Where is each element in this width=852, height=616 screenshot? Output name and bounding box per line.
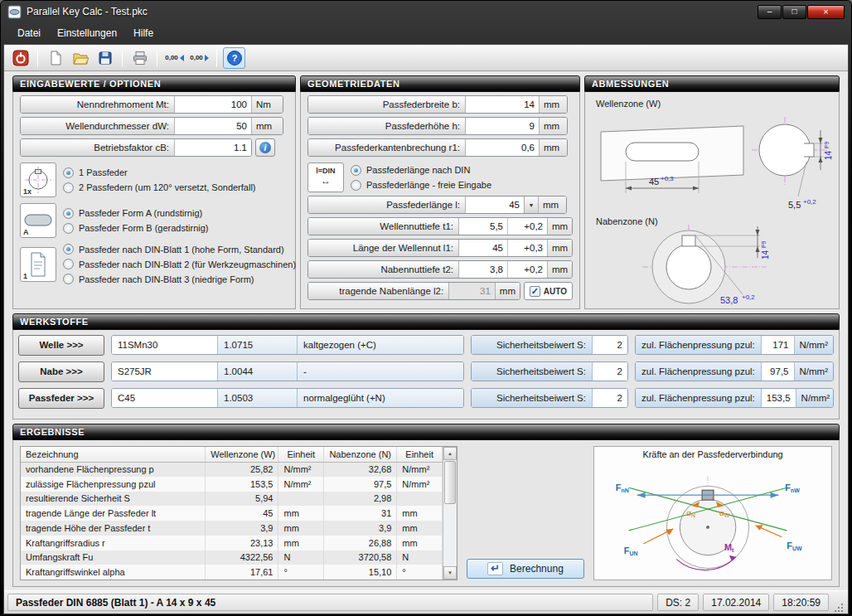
menu-datei[interactable]: Datei (10, 24, 48, 42)
shaft-diameter-input[interactable] (175, 118, 251, 134)
hub-groove-depth-unit: mm (547, 261, 572, 278)
radio-form-a[interactable]: Passfeder Form A (rundstirnig) (63, 208, 209, 219)
shaft-material-group: 11SMn30 1.0715 kaltgezogen (+C) (111, 335, 464, 355)
new-file-button[interactable] (44, 47, 66, 69)
key-length-input[interactable] (466, 196, 524, 213)
hub-groove-depth-label: Nabennuttiefe t2: (308, 261, 459, 278)
shaft-groove-depth-input[interactable] (459, 218, 507, 235)
service-factor-field: Betriebsfaktor cB: (20, 138, 252, 157)
geometry-panel-body: Passfederbreite b: mm Passfederhöhe h: m… (300, 92, 580, 309)
print-button[interactable] (128, 47, 151, 69)
hub-material-treatment: - (298, 362, 463, 381)
radio-icon (63, 259, 74, 269)
open-file-button[interactable] (69, 47, 91, 69)
torque-row: Nenndrehmoment Mt: Nm (20, 95, 288, 114)
results-table-container: Bezeichnung Wellenzone (W) Einheit Naben… (20, 446, 457, 580)
decimal-increase-icon: 0,00 (165, 55, 178, 61)
help-button[interactable]: ? (223, 47, 245, 69)
key-length-field: Passfederlänge l: ▼ mm (307, 196, 567, 214)
svg-text:?: ? (231, 53, 237, 63)
din-sheet-iconbox: 1 (20, 247, 56, 282)
decimal-decrease-icon: 0,00 (190, 55, 203, 61)
key-material-treatment: normalgeglüht (+N) (298, 389, 463, 407)
dim-hub-diameter: 53,8 (720, 295, 738, 305)
scroll-up-button[interactable]: ▲ (443, 447, 457, 460)
radio-din-blatt-3[interactable]: Passfeder nach DIN-Blatt 3 (niedrige For… (63, 274, 288, 284)
hub-material-button[interactable]: Nabe >>> (18, 361, 104, 382)
hub-length-unit: mm (495, 283, 520, 299)
col-wellenzone: Wellenzone (W) (206, 447, 278, 462)
din-sheet-options: Passfeder nach DIN-Blatt 1 (hohe Form, S… (63, 244, 288, 284)
key-chamfer-unit: mm (539, 139, 567, 156)
table-row: Kraftangriffsradius r 23,13 mm 26,88 mm (21, 536, 443, 551)
save-button[interactable] (94, 47, 116, 69)
shaft-safety-group: Sicherheitsbeiwert S: 2 (471, 335, 628, 355)
shaft-diameter-row: Wellendurchmesser dW: mm (20, 117, 288, 135)
exit-button[interactable] (9, 47, 31, 69)
hub-length-label: tragende Nabenlänge l2: (308, 283, 449, 299)
save-icon (97, 50, 114, 66)
calculate-button[interactable]: ↵ Berechnung (467, 559, 584, 579)
maximize-button[interactable]: □ (782, 5, 806, 19)
table-row: tragende Höhe der Passfeder t 3,9 mm 3,9… (21, 521, 443, 536)
material-row-shaft: Welle >>> 11SMn30 1.0715 kaltgezogen (+C… (18, 334, 834, 356)
din-sheet-group: 1 Passfeder nach DIN-Blatt 1 (hohe Form,… (20, 244, 288, 284)
table-row: tragende Länge der Passfeder lt 45 mm 31… (21, 506, 443, 521)
radio-two-keys[interactable]: 2 Passfedern (um 120° versetzt, Sonderfa… (63, 182, 256, 193)
key-form-options: Passfeder Form A (rundstirnig) Passfeder… (63, 208, 209, 234)
col-einheit-n: Einheit (397, 447, 443, 462)
toolbar: 0,00 0,00 ? (4, 45, 848, 71)
hub-groove-depth-input[interactable] (459, 261, 507, 278)
key-width-input[interactable] (466, 96, 539, 113)
shaft-groove-length-unit: mm (547, 240, 572, 256)
radio-icon (63, 208, 74, 219)
dim-shaft-depth: 5,5 (788, 200, 801, 210)
service-factor-info-button[interactable]: i (255, 138, 275, 157)
key-form-iconbox: A (20, 203, 56, 238)
decimal-increase-button[interactable]: 0,00 (163, 47, 186, 69)
hub-zone-label: Nabenzone (N) (596, 216, 658, 226)
menu-einstellungen[interactable]: Einstellungen (50, 24, 124, 42)
exit-icon (12, 50, 29, 66)
status-date: 17.02.2014 (703, 594, 769, 611)
key-chamfer-input[interactable] (466, 139, 539, 156)
forces-diagram-title: Kräfte an der Passfederverbindung (642, 449, 782, 459)
scroll-down-button[interactable]: ▼ (443, 566, 457, 580)
dim-shaft-depth-tol: +0,2 (803, 198, 816, 206)
status-summary: Passfeder DIN 6885 (Blatt 1) - A 14 x 9 … (7, 594, 653, 611)
shaft-zone-label: Wellenzone (W) (596, 99, 661, 109)
close-button[interactable]: × (807, 5, 845, 19)
radio-form-b[interactable]: Passfeder Form B (geradstirnig) (63, 223, 209, 234)
hub-length-auto-toggle[interactable]: ✓ AUTO (524, 282, 573, 300)
torque-input[interactable] (175, 96, 251, 113)
status-time: 18:20:59 (773, 594, 829, 611)
arrow-left-icon (180, 55, 184, 61)
scrollbar-track[interactable] (443, 460, 457, 566)
geometry-panel-header: GEOMETRIEDATEN (300, 75, 580, 92)
decimal-decrease-button[interactable]: 0,00 (188, 47, 211, 69)
key-height-row: Passfederhöhe h: mm (307, 117, 573, 135)
menu-hilfe[interactable]: Hilfe (126, 24, 161, 42)
key-length-dropdown-button[interactable]: ▼ (524, 196, 538, 213)
radio-icon (63, 182, 74, 193)
key-height-input[interactable] (466, 118, 539, 134)
material-row-key: Passfeder >>> C45 1.0503 normalgeglüht (… (18, 387, 834, 409)
radio-one-key[interactable]: 1 Passfeder (63, 167, 256, 178)
radio-length-free[interactable]: Passfederlänge - freie Eingabe (351, 180, 491, 191)
scrollbar-thumb[interactable] (444, 461, 456, 504)
radio-din-blatt-2[interactable]: Passfeder nach DIN-Blatt 2 (für Werkzeug… (63, 259, 288, 269)
radio-length-din[interactable]: Passfederlänge nach DIN (351, 165, 491, 176)
results-scrollbar[interactable]: ▲ ▼ (443, 447, 457, 580)
key-material-button[interactable]: Passfeder >>> (18, 388, 104, 409)
inputs-panel: EINGABEWERTE / OPTIONEN Nenndrehmoment M… (12, 75, 296, 309)
hub-material-number: 1.0044 (218, 362, 298, 381)
shaft-groove-length-input[interactable] (459, 240, 507, 256)
radio-din-blatt-1[interactable]: Passfeder nach DIN-Blatt 1 (hohe Form, S… (63, 244, 288, 255)
shaft-pressure-label: zul. Flächenpressung pzul: (636, 336, 762, 354)
minimize-button[interactable]: – (758, 5, 782, 19)
service-factor-input[interactable] (175, 139, 251, 156)
shaft-material-button[interactable]: Welle >>> (18, 335, 104, 356)
shaft-groove-length-label: Länge der Wellennut l1: (308, 240, 459, 256)
resize-grip[interactable] (833, 602, 845, 614)
materials-panel: WERKSTOFFE Welle >>> 11SMn30 1.0715 kalt… (12, 313, 840, 420)
